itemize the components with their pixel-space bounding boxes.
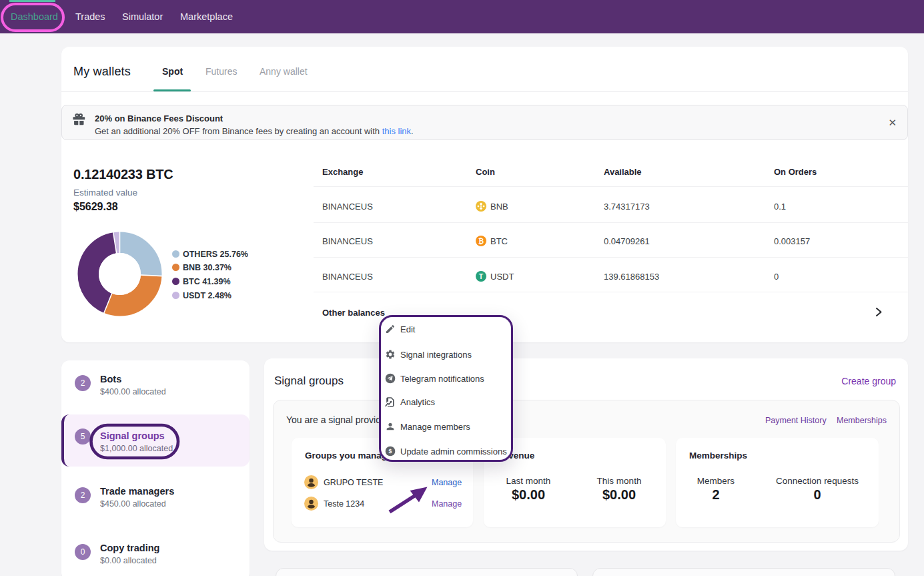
svg-text:$: $ (389, 448, 392, 455)
svg-text:₿: ₿ (478, 238, 484, 245)
svg-text:T: T (479, 272, 484, 280)
